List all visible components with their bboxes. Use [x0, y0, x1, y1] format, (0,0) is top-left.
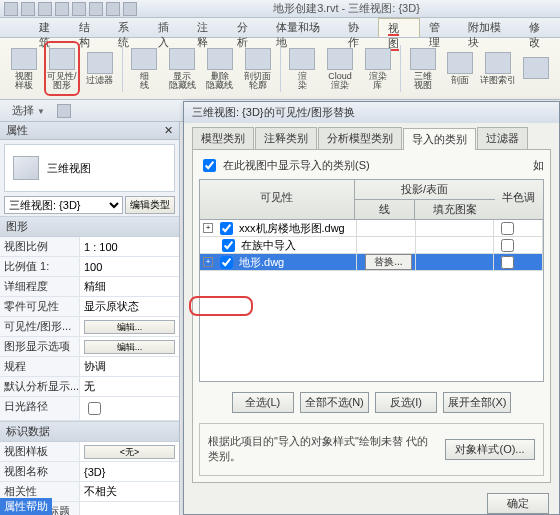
type-selector-row: 三维视图: {3D} 编辑类型 [4, 196, 175, 214]
ribbon-icon [11, 48, 37, 70]
category-row[interactable]: +xxx机房楼地形图.dwg [200, 220, 543, 237]
type-preview[interactable]: 三维视图 [4, 144, 175, 192]
category-row[interactable]: 在族中导入 [200, 237, 543, 254]
ribbon-button[interactable]: 详图索引 [480, 41, 516, 96]
visibility-checkbox[interactable] [222, 239, 235, 252]
halftone-checkbox[interactable] [501, 256, 514, 269]
ribbon-button[interactable]: 剖切面轮廓 [240, 41, 276, 96]
property-row: 视图名称{3D} [0, 462, 179, 482]
ribbon-icon [169, 48, 195, 70]
section-graphics: 图形 [0, 216, 179, 237]
ribbon-button[interactable] [518, 41, 554, 96]
ribbon-panel: 视图样板可见性/图形过滤器细线显示隐藏线删除隐藏线剖切面轮廓渲染Cloud渲染渲… [0, 38, 560, 100]
property-value[interactable]: 1 : 100 [80, 237, 179, 256]
override-button[interactable]: 替换... [365, 254, 411, 270]
ribbon-button[interactable]: Cloud渲染 [322, 41, 358, 96]
dialog-tab[interactable]: 注释类别 [255, 127, 317, 149]
property-value[interactable]: {3D} [80, 462, 179, 481]
menu-tab[interactable]: 修改 [520, 18, 560, 37]
menu-tab[interactable]: 建筑 [30, 18, 70, 37]
ribbon-button[interactable]: 过滤器 [82, 41, 118, 96]
ribbon-icon [207, 48, 233, 70]
property-value[interactable] [80, 397, 179, 420]
menu-tab[interactable]: 注释 [188, 18, 228, 37]
menu-tab[interactable]: 插入 [149, 18, 189, 37]
ribbon-button[interactable]: 视图样板 [6, 41, 42, 96]
ribbon-button[interactable]: 渲染库 [360, 41, 396, 96]
select-none-button[interactable]: 全部不选(N) [300, 392, 369, 413]
close-icon[interactable]: ✕ [164, 124, 173, 137]
expand-icon[interactable]: + [203, 223, 213, 233]
col-line: 线 [355, 200, 415, 219]
expand-icon[interactable]: + [203, 257, 213, 267]
property-row: 比例值 1:100 [0, 257, 179, 277]
qat-icon[interactable] [4, 2, 18, 16]
halftone-checkbox[interactable] [501, 222, 514, 235]
select-button[interactable]: 选择 ▼ [6, 101, 51, 120]
dialog-tab[interactable]: 模型类别 [192, 127, 254, 149]
invert-button[interactable]: 反选(I) [375, 392, 437, 413]
ribbon-button[interactable]: 三维视图 [405, 41, 441, 96]
property-value[interactable]: 无 [80, 377, 179, 396]
ribbon-icon [447, 52, 473, 74]
qat-icon[interactable] [55, 2, 69, 16]
qat-icon[interactable] [106, 2, 120, 16]
ribbon-button[interactable]: 渲染 [285, 41, 321, 96]
qat-icon[interactable] [89, 2, 103, 16]
type-selector[interactable]: 三维视图: {3D} [4, 196, 123, 214]
visibility-checkbox[interactable] [220, 256, 233, 269]
dialog-tabs: 模型类别注释类别分析模型类别导入的类别过滤器 [184, 123, 559, 149]
qat-icon[interactable] [123, 2, 137, 16]
dialog-title: 三维视图: {3D}的可见性/图形替换 [184, 102, 559, 123]
select-all-button[interactable]: 全选(L) [232, 392, 294, 413]
menu-tab[interactable]: 附加模块 [459, 18, 520, 37]
menu-tab[interactable]: 视图 [378, 18, 420, 37]
menu-tab[interactable]: 管理 [420, 18, 460, 37]
property-value[interactable]: 不相关 [80, 482, 179, 501]
property-value[interactable]: 显示原状态 [80, 297, 179, 316]
col-halftone: 半色调 [495, 180, 543, 219]
menu-tab[interactable]: 体量和场地 [267, 18, 339, 37]
view-icon [13, 156, 39, 180]
visibility-checkbox[interactable] [220, 222, 233, 235]
show-categories-row: 在此视图中显示导入的类别(S) 如 [199, 156, 544, 175]
property-value[interactable] [80, 502, 179, 515]
cursor-icon[interactable] [57, 104, 71, 118]
category-row[interactable]: +地形.dwg替换... [200, 254, 543, 271]
properties-header: 属性 ✕ [0, 122, 179, 140]
qat-icon[interactable] [72, 2, 86, 16]
ribbon-button[interactable]: 可见性/图形 [44, 41, 80, 96]
quick-access-toolbar [4, 2, 137, 16]
property-value[interactable]: <无> [80, 442, 179, 461]
property-value[interactable]: 编辑... [80, 337, 179, 356]
property-row: 规程协调 [0, 357, 179, 377]
dialog-tab[interactable]: 分析模型类别 [318, 127, 402, 149]
property-value[interactable]: 协调 [80, 357, 179, 376]
edit-type-button[interactable]: 编辑类型 [125, 196, 175, 214]
ok-button[interactable]: 确定 [487, 493, 549, 514]
properties-help[interactable]: 属性帮助 [0, 498, 52, 515]
property-row: 默认分析显示...无 [0, 377, 179, 397]
ribbon-button[interactable]: 剖面 [443, 41, 479, 96]
property-value[interactable]: 精细 [80, 277, 179, 296]
halftone-checkbox[interactable] [501, 239, 514, 252]
property-value[interactable]: 100 [80, 257, 179, 276]
menu-tab[interactable]: 协作 [339, 18, 379, 37]
ribbon-button[interactable]: 删除隐藏线 [202, 41, 238, 96]
col-fill: 填充图案 [415, 200, 495, 219]
object-styles-button[interactable]: 对象样式(O)... [445, 439, 535, 460]
expand-all-button[interactable]: 展开全部(X) [443, 392, 512, 413]
menu-tab[interactable]: 结构 [70, 18, 110, 37]
ribbon-button[interactable]: 细线 [127, 41, 163, 96]
property-value[interactable]: 编辑... [80, 317, 179, 336]
dialog-tab[interactable]: 过滤器 [477, 127, 528, 149]
menu-tab[interactable]: 分析 [228, 18, 268, 37]
show-categories-checkbox[interactable] [203, 159, 216, 172]
ribbon-icon [410, 48, 436, 70]
ribbon-icon [485, 52, 511, 74]
ribbon-button[interactable]: 显示隐藏线 [164, 41, 200, 96]
qat-icon[interactable] [38, 2, 52, 16]
qat-icon[interactable] [21, 2, 35, 16]
dialog-tab[interactable]: 导入的类别 [403, 128, 476, 150]
menu-tab[interactable]: 系统 [109, 18, 149, 37]
